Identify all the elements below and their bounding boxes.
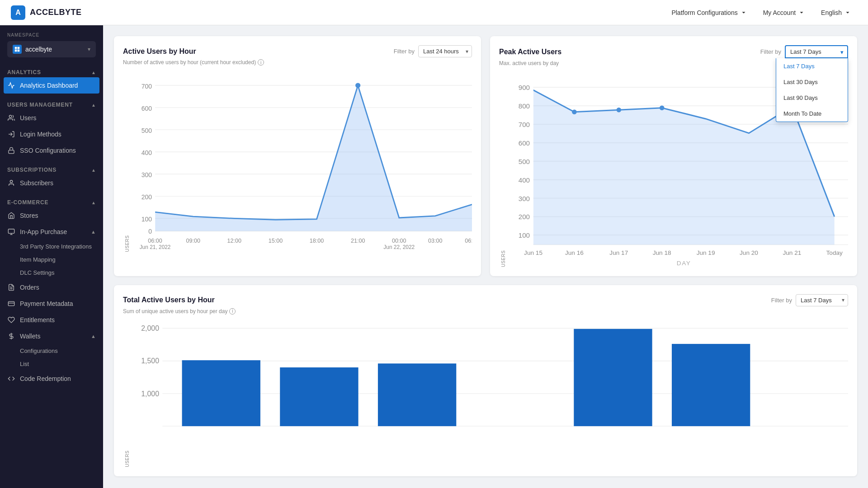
my-account-button[interactable]: My Account — [757, 5, 811, 20]
sidebar-item-analytics-dashboard[interactable]: Analytics Dashboard — [4, 77, 99, 94]
svg-text:Jun 18: Jun 18 — [653, 249, 671, 256]
sidebar-subitem-3rd-party[interactable]: 3rd Party Store Integrations — [0, 240, 103, 253]
namespace-selector[interactable]: accelbyte ▾ — [7, 41, 96, 57]
expand-icon: ▲ — [91, 229, 96, 235]
sidebar-item-entitlements[interactable]: Entitlements — [0, 312, 103, 328]
sidebar-subitem-list[interactable]: List — [0, 357, 103, 371]
chevron-down-icon — [798, 9, 805, 16]
sidebar-item-stores[interactable]: Stores — [0, 207, 103, 224]
sidebar-item-subscribers[interactable]: Subscribers — [0, 175, 103, 191]
svg-text:100: 100 — [142, 216, 152, 223]
svg-rect-1 — [18, 47, 20, 49]
svg-point-33 — [355, 83, 360, 88]
svg-rect-6 — [9, 150, 14, 153]
svg-point-4 — [9, 115, 11, 117]
sidebar-item-wallets[interactable]: Wallets ▲ — [0, 328, 103, 344]
svg-rect-86 — [182, 360, 260, 426]
active-users-line-chart: 0 100 200 300 400 500 600 700 — [130, 73, 472, 250]
info-icon-active[interactable]: i — [258, 59, 264, 66]
chevron-down-icon — [741, 9, 747, 16]
svg-text:900: 900 — [519, 84, 530, 91]
svg-text:500: 500 — [519, 158, 530, 165]
total-active-users-chart: Total Active Users by Hour Filter by Las… — [114, 285, 857, 476]
sidebar-item-orders[interactable]: Orders — [0, 279, 103, 296]
sidebar-subitem-item-mapping[interactable]: Item Mapping — [0, 253, 103, 266]
dropdown-item-7days[interactable]: Last 7 Days — [776, 58, 848, 74]
svg-rect-13 — [8, 301, 14, 305]
namespace-chevron: ▾ — [88, 46, 90, 52]
language-button[interactable]: English — [815, 5, 857, 20]
dropdown-item-30days[interactable]: Last 30 Days — [776, 74, 848, 90]
total-active-users-bar-chart: 2,000 1,500 1,000 — [130, 322, 848, 465]
filter-select-total-active[interactable]: Last 7 Days Last 30 Days Last 90 Days — [796, 294, 848, 306]
svg-text:800: 800 — [519, 102, 530, 110]
filter-select-active-users[interactable]: Last 24 hours Last 7 Days Last 30 Days — [418, 45, 472, 57]
section-header-users[interactable]: Users Management ▲ — [0, 97, 103, 110]
svg-text:Today: Today — [826, 249, 843, 256]
dropdown-item-90days[interactable]: Last 90 Days — [776, 90, 848, 106]
sidebar-subitem-configurations[interactable]: Configurations — [0, 344, 103, 357]
svg-text:00:00: 00:00 — [392, 238, 406, 244]
svg-rect-0 — [15, 47, 17, 49]
dropdown-item-mtd[interactable]: Month To Date — [776, 106, 848, 122]
svg-text:06:00: 06:00 — [148, 238, 162, 244]
active-users-chart-body: USERS 0 — [123, 73, 472, 252]
chart-header-peak: Peak Active Users Filter by Last 7 Days … — [499, 45, 848, 58]
section-header-analytics[interactable]: Analytics ▲ — [0, 65, 103, 77]
sidebar-section-analytics: Analytics ▲ Analytics Dashboard — [0, 65, 103, 94]
svg-text:15:00: 15:00 — [269, 238, 283, 244]
expand-icon: ▲ — [91, 333, 96, 339]
svg-rect-31 — [155, 73, 472, 237]
svg-text:Jun 22, 2022: Jun 22, 2022 — [383, 244, 415, 250]
svg-text:Jun 19: Jun 19 — [697, 249, 715, 256]
svg-text:DAY: DAY — [677, 260, 691, 265]
info-icon-total[interactable]: i — [229, 308, 236, 314]
logo-text: ACCELBYTE — [30, 8, 82, 17]
sidebar: NAMESPACE accelbyte ▾ Analytics ▲ — [0, 25, 103, 488]
sidebar-item-login-methods[interactable]: Login Methods — [0, 126, 103, 142]
svg-text:200: 200 — [519, 213, 530, 221]
layout: NAMESPACE accelbyte ▾ Analytics ▲ — [0, 25, 868, 488]
sidebar-item-sso[interactable]: SSO Configurations — [0, 142, 103, 159]
filter-select-wrapper-active: Last 24 hours Last 7 Days Last 30 Days — [418, 45, 472, 57]
sidebar-item-payment-metadata[interactable]: Payment Metadata — [0, 296, 103, 312]
svg-text:700: 700 — [519, 121, 530, 128]
active-users-chart: Active Users by Hour Filter by Last 24 h… — [114, 36, 481, 276]
svg-rect-90 — [672, 344, 750, 426]
login-icon — [7, 130, 15, 138]
sidebar-item-code-redemption[interactable]: Code Redemption — [0, 371, 103, 387]
chevron-down-icon — [844, 9, 851, 16]
topnav-right: Platform Configurations My Account Engli… — [665, 5, 857, 20]
svg-text:21:00: 21:00 — [351, 238, 365, 244]
svg-point-68 — [617, 108, 622, 113]
dropdown-chevron: ▾ — [840, 48, 844, 55]
sidebar-item-users[interactable]: Users — [0, 110, 103, 126]
sidebar-item-in-app-purchase[interactable]: In-App Purchase ▲ — [0, 224, 103, 240]
svg-text:300: 300 — [519, 195, 530, 202]
users-icon — [7, 114, 15, 122]
svg-text:2,000: 2,000 — [141, 324, 159, 332]
svg-point-67 — [572, 109, 577, 114]
svg-text:400: 400 — [519, 176, 530, 184]
stores-icon — [7, 211, 15, 220]
svg-rect-87 — [280, 367, 358, 426]
svg-rect-8 — [8, 229, 14, 233]
filter-select-wrapper-total: Last 7 Days Last 30 Days Last 90 Days — [796, 294, 848, 306]
topnav: A ACCELBYTE Platform Configurations My A… — [0, 0, 868, 25]
payment-icon — [7, 300, 15, 308]
logo: A ACCELBYTE — [11, 5, 82, 20]
platform-config-button[interactable]: Platform Configurations — [665, 5, 753, 20]
svg-text:06:00: 06:00 — [465, 238, 472, 244]
svg-text:12:00: 12:00 — [227, 238, 242, 244]
y-label-peak: USERS — [499, 74, 506, 267]
orders-icon — [7, 283, 15, 291]
peak-filter-dropdown: Last 7 Days Last 30 Days Last 90 Days Mo… — [776, 58, 848, 122]
section-header-subscriptions[interactable]: Subscriptions ▲ — [0, 162, 103, 175]
svg-point-69 — [660, 105, 665, 110]
svg-text:400: 400 — [142, 149, 152, 156]
filter-select-peak-active[interactable]: Last 7 Days ▾ — [785, 45, 848, 58]
entitlements-icon — [7, 316, 15, 324]
sidebar-subitem-dlc[interactable]: DLC Settings — [0, 266, 103, 279]
section-header-ecommerce[interactable]: E-Commerce ▲ — [0, 195, 103, 207]
svg-text:09:00: 09:00 — [186, 238, 200, 244]
